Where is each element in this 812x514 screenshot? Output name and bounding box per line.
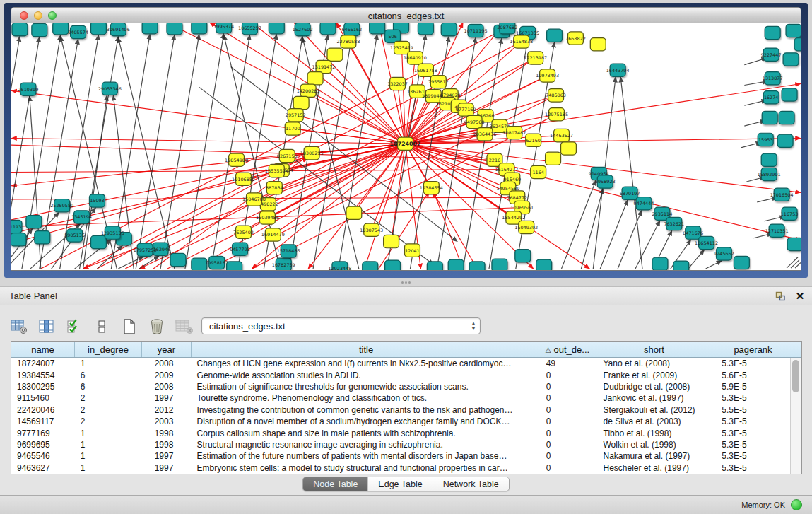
table-settings-icon[interactable] bbox=[10, 317, 28, 336]
network-window-titlebar[interactable]: citations_edges.txt bbox=[11, 7, 801, 23]
table-row[interactable]: 1872400712008Changes of HCN gene express… bbox=[11, 358, 791, 369]
vertical-scrollbar[interactable] bbox=[790, 358, 801, 474]
graph-node[interactable] bbox=[794, 38, 801, 51]
column-header-name[interactable]: name bbox=[11, 342, 75, 357]
new-file-icon[interactable] bbox=[120, 317, 139, 336]
row-height-icon[interactable] bbox=[93, 317, 111, 336]
graph-node[interactable] bbox=[32, 23, 47, 36]
graph-node[interactable] bbox=[363, 262, 378, 270]
graph-node[interactable] bbox=[547, 29, 563, 42]
table-cell-name: 14569117 bbox=[11, 416, 75, 426]
table-row[interactable]: 969969511998Structural magnetic resonanc… bbox=[11, 439, 791, 450]
graph-edge bbox=[118, 257, 143, 269]
table-cell-short: Stergiakouli et al. (2012) bbox=[594, 405, 714, 415]
graph-node-label: 15718485 bbox=[277, 249, 300, 254]
graph-node[interactable] bbox=[142, 23, 158, 34]
splitter-handle[interactable] bbox=[400, 280, 411, 285]
graph-node[interactable] bbox=[327, 48, 343, 61]
network-window[interactable]: citations_edges.txt 24055743069140619953… bbox=[4, 3, 808, 278]
graph-edge bbox=[581, 189, 603, 269]
tab-edge-table[interactable]: Edge Table bbox=[368, 477, 433, 491]
close-panel-icon[interactable]: ✕ bbox=[792, 289, 808, 303]
graph-node[interactable] bbox=[293, 96, 309, 109]
graph-node[interactable] bbox=[53, 23, 69, 35]
graph-node[interactable] bbox=[192, 23, 207, 34]
column-header-in_degree[interactable]: in_degree bbox=[75, 342, 142, 357]
graph-node[interactable] bbox=[35, 231, 50, 244]
column-header-pagerank[interactable]: pagerank bbox=[714, 342, 792, 357]
graph-node[interactable] bbox=[590, 38, 606, 51]
graph-node-label: 14954589 bbox=[496, 186, 519, 191]
graph-node[interactable] bbox=[346, 206, 362, 219]
table-row[interactable]: 946362711997Embryonic stem cells: a mode… bbox=[11, 462, 791, 474]
graph-node[interactable] bbox=[90, 23, 106, 35]
graph-node[interactable] bbox=[469, 262, 485, 270]
float-panel-icon[interactable] bbox=[772, 289, 788, 303]
graph-node-label: 1995374 bbox=[213, 24, 234, 29]
column-header-out_degree[interactable]: △out_de... bbox=[541, 342, 594, 357]
graph-node[interactable] bbox=[320, 23, 336, 35]
table-row[interactable]: 911546021997Tourette syndrome. Phenomeno… bbox=[11, 392, 791, 404]
graph-node[interactable] bbox=[384, 235, 399, 247]
table-cell-year: 2003 bbox=[142, 416, 192, 426]
table-cell-name: 9777169 bbox=[11, 428, 75, 438]
graph-node[interactable] bbox=[90, 235, 106, 248]
graph-node[interactable] bbox=[782, 88, 797, 101]
table-row[interactable]: 2242004622012Investigating the contribut… bbox=[11, 404, 791, 416]
graph-node[interactable] bbox=[546, 152, 561, 165]
scrollbar-thumb[interactable] bbox=[792, 360, 799, 392]
graph-node[interactable] bbox=[307, 72, 323, 85]
column-header-label: short bbox=[644, 344, 664, 355]
graph-node[interactable] bbox=[11, 233, 26, 246]
table-row[interactable]: 946554611997Estimation of the future num… bbox=[11, 450, 791, 462]
graph-node[interactable] bbox=[765, 26, 780, 39]
graph-node[interactable] bbox=[441, 23, 457, 35]
table-row[interactable]: 1456911722003Disruption of a novel membe… bbox=[11, 416, 791, 427]
graph-node[interactable] bbox=[269, 23, 284, 34]
table-row[interactable]: 1938455462009Genome-wide association stu… bbox=[11, 369, 791, 380]
table-selector-dropdown[interactable]: citations_edges.txt ▲▼ bbox=[201, 317, 481, 334]
graph-node[interactable] bbox=[783, 53, 799, 66]
graph-node[interactable] bbox=[761, 153, 777, 166]
column-header-year[interactable]: year bbox=[142, 342, 192, 357]
table-row[interactable]: 977716911998Corpus callosum shape and si… bbox=[11, 427, 791, 438]
graph-node[interactable] bbox=[515, 250, 531, 262]
delete-rows-icon[interactable] bbox=[148, 317, 166, 336]
graph-node[interactable] bbox=[427, 262, 442, 270]
tab-network-table[interactable]: Network Table bbox=[433, 477, 509, 491]
network-canvas[interactable]: 2405574306914061995374106552571527602646… bbox=[11, 23, 801, 270]
graph-node[interactable] bbox=[777, 134, 793, 147]
select-rows-icon[interactable] bbox=[65, 317, 83, 336]
graph-node[interactable] bbox=[385, 260, 401, 270]
table-row[interactable]: 1830029562008Estimation of significance … bbox=[11, 381, 791, 392]
graph-node[interactable] bbox=[418, 23, 433, 35]
graph-node[interactable] bbox=[167, 23, 182, 35]
graph-node[interactable] bbox=[787, 238, 801, 250]
graph-node[interactable] bbox=[170, 253, 186, 266]
graph-node[interactable] bbox=[370, 23, 385, 34]
graph-node-label: 15049392 bbox=[514, 225, 538, 230]
graph-node[interactable] bbox=[779, 111, 794, 124]
graph-node[interactable] bbox=[448, 259, 464, 270]
graph-node[interactable] bbox=[652, 257, 668, 270]
graph-node[interactable] bbox=[12, 23, 28, 35]
column-header-short[interactable]: short bbox=[594, 342, 714, 357]
graph-node[interactable] bbox=[734, 256, 749, 269]
delete-table-icon[interactable] bbox=[175, 317, 194, 336]
column-header-title[interactable]: title bbox=[192, 342, 541, 357]
graph-node[interactable] bbox=[762, 111, 777, 124]
graph-node[interactable] bbox=[786, 24, 801, 37]
graph-node[interactable] bbox=[561, 142, 577, 155]
table-column-icon[interactable] bbox=[37, 317, 56, 336]
graph-node[interactable] bbox=[673, 261, 689, 270]
graph-node[interactable] bbox=[227, 262, 242, 270]
table-cell-title: Changes of HCN gene expression and I(f) … bbox=[192, 358, 541, 368]
graph-node-label: 22780588 bbox=[336, 39, 360, 44]
graph-node-label: 6879197 bbox=[620, 191, 640, 196]
graph-node[interactable] bbox=[536, 259, 552, 270]
graph-node[interactable] bbox=[492, 259, 507, 270]
table-cell-year: 2009 bbox=[142, 370, 192, 380]
graph-node[interactable] bbox=[26, 216, 42, 228]
tab-node-table[interactable]: Node Table bbox=[303, 477, 368, 491]
table-cell-year: 1997 bbox=[142, 451, 192, 461]
